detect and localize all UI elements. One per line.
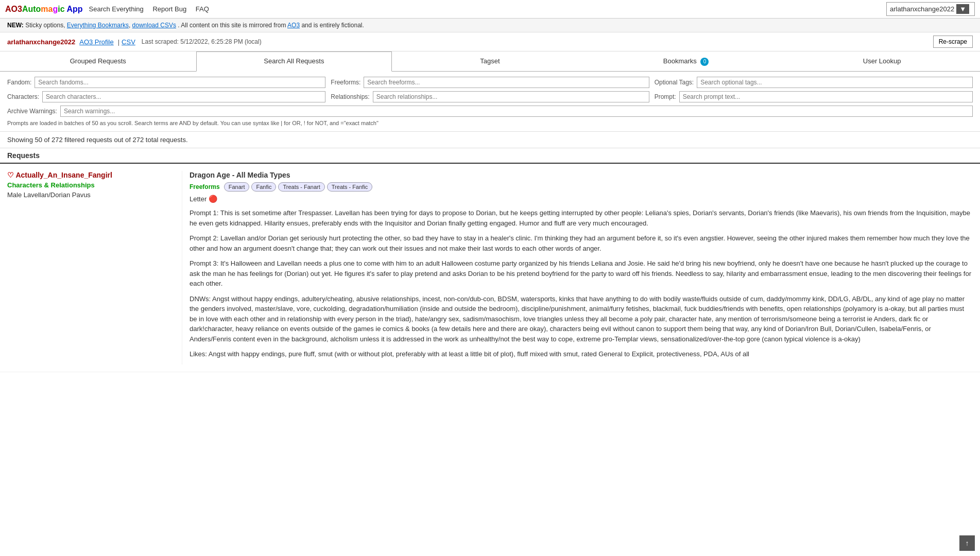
banner-link-csv[interactable]: download CSVs (132, 22, 176, 29)
freeforms-input[interactable] (364, 77, 649, 88)
header: AO3Automagic App Search Everything Repor… (0, 0, 980, 19)
requester-link[interactable]: Actually_An_Insane_Fangirl (7, 171, 112, 179)
nav-search-everything[interactable]: Search Everything (89, 5, 144, 13)
tab-bookmarks-label: Bookmarks (663, 57, 697, 65)
freeforms-field: Freeforms: (331, 77, 649, 88)
banner-text-end: and is entirely fictional. (301, 22, 364, 29)
requests-list: Actually_An_Insane_Fangirl Characters & … (0, 164, 980, 372)
search-row-3: Archive Warnings: (7, 106, 973, 117)
banner-new-label: NEW: (7, 22, 24, 29)
search-row-2: Characters: Relationships: Prompt: (7, 91, 973, 102)
logo-ic: ic (58, 5, 64, 13)
tab-bookmarks[interactable]: Bookmarks 0 (588, 51, 784, 71)
search-hint: Prompts are loaded in batches of 50 as y… (7, 120, 973, 126)
request-left-col: Actually_An_Insane_Fangirl Characters & … (7, 171, 182, 364)
letter-label: Letter (190, 195, 207, 203)
freeforms-label: Freeforms: (331, 79, 360, 86)
profile-row: arlathanxchange2022 AO3 Profile | CSV La… (0, 32, 980, 51)
tab-grouped-requests[interactable]: Grouped Requests (0, 51, 196, 71)
fandom-label: Fandom: (7, 79, 31, 86)
freeforms-row: Freeforms Fanart Fanfic Treats - Fanart … (190, 182, 973, 192)
logo-magic: ma (41, 5, 53, 13)
banner-text-before: Sticky options, (25, 22, 67, 29)
search-row-1: Fandom: Freeforms: Optional Tags: (7, 77, 973, 88)
optional-tags-input[interactable] (697, 77, 973, 88)
tag-treats-fanfic[interactable]: Treats - Fanfic (327, 182, 373, 192)
tag-fanart[interactable]: Fanart (224, 182, 250, 192)
nav-faq[interactable]: FAQ (196, 5, 209, 13)
letter-badge: 🔴 (209, 195, 217, 203)
main-nav: Search Everything Report Bug FAQ (89, 5, 216, 13)
prompt-field: Prompt: (655, 91, 973, 102)
prompt-label: Prompt: (655, 93, 676, 100)
banner-link-bookmarks[interactable]: Everything Bookmarks (67, 22, 129, 29)
prompt-2: Prompt 2: Lavellan and/or Dorian get ser… (190, 233, 973, 253)
banner-text-after: . All content on this site is mirrored f… (178, 22, 287, 29)
prompt-input[interactable] (679, 91, 973, 102)
bookmarks-badge: 0 (700, 58, 709, 66)
relationships-input[interactable] (373, 91, 649, 102)
fandom-field: Fandom: (7, 77, 325, 88)
tab-tagset[interactable]: Tagset (392, 51, 588, 71)
warnings-input[interactable] (60, 106, 973, 117)
tag-treats-fanart[interactable]: Treats - Fanart (278, 182, 324, 192)
tag-fanfic[interactable]: Fanfic (251, 182, 276, 192)
relationships-field: Relationships: (331, 91, 649, 102)
prompt-dnws: DNWs: Angst without happy endings, adult… (190, 294, 973, 344)
prompt-3: Prompt 3: It's Halloween and Lavellan ne… (190, 258, 973, 289)
tab-user-lookup[interactable]: User Lookup (784, 51, 980, 71)
warnings-field: Archive Warnings: (7, 106, 973, 117)
relationship-text: Male Lavellan/Dorian Pavus (7, 191, 175, 199)
letter-row: Letter 🔴 (190, 195, 973, 203)
prompt-likes: Likes: Angst with happy endings, pure fl… (190, 349, 973, 359)
tabs: Grouped Requests Search All Requests Tag… (0, 51, 980, 72)
profile-sep: | (118, 38, 119, 46)
stats-bar: Showing 50 of 272 filtered requests out … (0, 132, 980, 148)
app-logo: AO3Automagic App (5, 5, 83, 14)
optional-tags-label: Optional Tags: (655, 79, 694, 86)
profile-username: arlathanxchange2022 (7, 38, 75, 46)
characters-field: Characters: (7, 91, 325, 102)
requester-name-link[interactable]: Actually_An_Insane_Fangirl (7, 171, 175, 179)
request-right-col: Dragon Age - All Media Types Freeforms F… (182, 171, 973, 364)
username-display: arlathanxchange2022 (890, 5, 954, 13)
freeforms-row-label: Freeforms (190, 183, 220, 190)
characters-input[interactable] (42, 91, 325, 102)
user-dropdown[interactable]: arlathanxchange2022 ▼ (886, 2, 975, 16)
scrape-info: Last scraped: 5/12/2022, 6:25:28 PM (loc… (142, 38, 262, 45)
search-form: Fandom: Freeforms: Optional Tags: Charac… (0, 72, 980, 132)
fandom-title: Dragon Age - All Media Types (190, 171, 973, 179)
logo-app: App (65, 5, 83, 13)
characters-label: Characters: (7, 93, 39, 100)
rescrape-button[interactable]: Re-scrape (933, 36, 973, 48)
table-row: Actually_An_Insane_Fangirl Characters & … (0, 164, 980, 372)
warnings-label: Archive Warnings: (7, 108, 57, 115)
banner-link-ao3[interactable]: AO3 (287, 22, 300, 29)
logo-auto: Auto (22, 5, 41, 13)
profile-ao3-link[interactable]: AO3 Profile (79, 38, 113, 46)
dropdown-chevron[interactable]: ▼ (956, 4, 969, 14)
request-two-col: Actually_An_Insane_Fangirl Characters & … (7, 171, 973, 364)
banner-comma: , (129, 22, 130, 29)
new-banner: NEW: Sticky options, Everything Bookmark… (0, 19, 980, 32)
section-label: Characters & Relationships (7, 181, 175, 189)
prompt-1: Prompt 1: This is set sometime after Tre… (190, 208, 973, 228)
requests-title: Requests (7, 151, 973, 160)
stats-text: Showing 50 of 272 filtered requests out … (7, 136, 188, 144)
fandom-input[interactable] (35, 77, 325, 88)
logo-g: g (53, 5, 58, 13)
tab-search-all-requests[interactable]: Search All Requests (196, 51, 392, 72)
user-section: arlathanxchange2022 ▼ (886, 2, 975, 16)
logo-ao3: AO3 (5, 5, 22, 13)
profile-csv-link[interactable]: CSV (122, 38, 135, 46)
relationships-label: Relationships: (331, 93, 369, 100)
requests-section-header: Requests (0, 148, 980, 164)
optional-tags-field: Optional Tags: (655, 77, 973, 88)
nav-report-bug[interactable]: Report Bug (152, 5, 186, 13)
